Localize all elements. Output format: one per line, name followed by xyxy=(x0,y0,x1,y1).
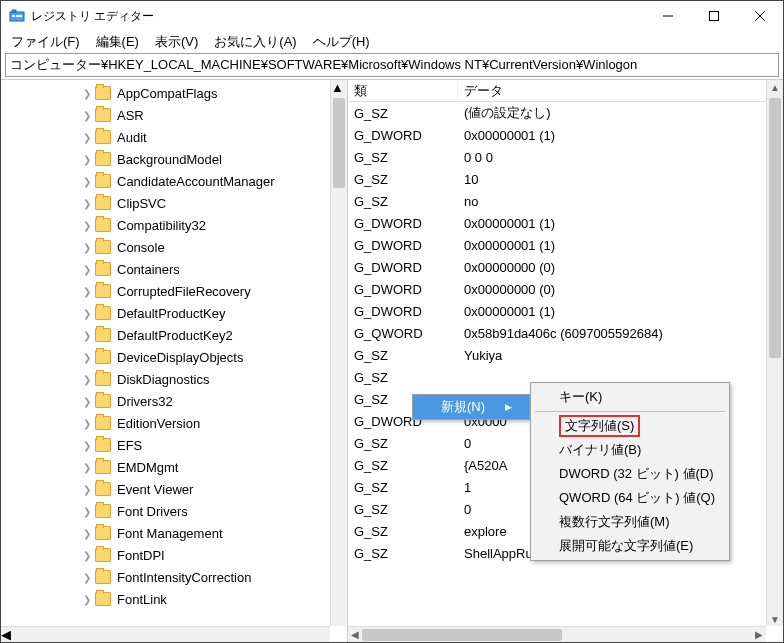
tree-item-audit[interactable]: ❯Audit xyxy=(1,126,347,148)
tree-item-containers[interactable]: ❯Containers xyxy=(1,258,347,280)
expander-icon[interactable]: ❯ xyxy=(81,352,93,363)
list-row[interactable]: G_SZ(値の設定なし) xyxy=(348,102,783,124)
tree-item-diskdiagnostics[interactable]: ❯DiskDiagnostics xyxy=(1,368,347,390)
context-menu-submenu: キー(K) 文字列値(S) バイナリ値(B) DWORD (32 ビット) 値(… xyxy=(530,382,730,561)
tree-item-clipsvc[interactable]: ❯ClipSVC xyxy=(1,192,347,214)
tree-item-corruptedfilerecovery[interactable]: ❯CorruptedFileRecovery xyxy=(1,280,347,302)
tree-item-font drivers[interactable]: ❯Font Drivers xyxy=(1,500,347,522)
expander-icon[interactable]: ❯ xyxy=(81,396,93,407)
expander-icon[interactable]: ❯ xyxy=(81,594,93,605)
scroll-down-icon[interactable]: ▼ xyxy=(768,612,782,626)
column-data-header[interactable]: データ xyxy=(458,82,783,100)
tree-item-defaultproductkey2[interactable]: ❯DefaultProductKey2 xyxy=(1,324,347,346)
expander-icon[interactable]: ❯ xyxy=(81,462,93,473)
expander-icon[interactable]: ❯ xyxy=(81,374,93,385)
expander-icon[interactable]: ❯ xyxy=(81,132,93,143)
tree-item-backgroundmodel[interactable]: ❯BackgroundModel xyxy=(1,148,347,170)
tree-item-editionversion[interactable]: ❯EditionVersion xyxy=(1,412,347,434)
tree-item-compatibility32[interactable]: ❯Compatibility32 xyxy=(1,214,347,236)
expander-icon[interactable]: ❯ xyxy=(81,330,93,341)
list-row[interactable]: G_DWORD0x00000000 (0) xyxy=(348,278,783,300)
scrollbar-thumb[interactable] xyxy=(333,98,345,188)
menu-item-expandstring[interactable]: 展開可能な文字列値(E) xyxy=(531,534,729,558)
tree-item-defaultproductkey[interactable]: ❯DefaultProductKey xyxy=(1,302,347,324)
expander-icon[interactable]: ❯ xyxy=(81,176,93,187)
expander-icon[interactable]: ❯ xyxy=(81,198,93,209)
expander-icon[interactable]: ❯ xyxy=(81,484,93,495)
close-button[interactable] xyxy=(737,1,783,31)
menu-view[interactable]: 表示(V) xyxy=(147,31,206,53)
svg-rect-1 xyxy=(12,10,16,12)
tree-item-fontintensitycorrection[interactable]: ❯FontIntensityCorrection xyxy=(1,566,347,588)
tree-item-efs[interactable]: ❯EFS xyxy=(1,434,347,456)
expander-icon[interactable]: ❯ xyxy=(81,418,93,429)
expander-icon[interactable]: ❯ xyxy=(81,572,93,583)
context-menu-primary: 新規(N) ▶ xyxy=(412,394,530,420)
tree-item-asr[interactable]: ❯ASR xyxy=(1,104,347,126)
maximize-button[interactable] xyxy=(691,1,737,31)
scrollbar-thumb[interactable] xyxy=(769,98,781,358)
menu-item-key[interactable]: キー(K) xyxy=(531,385,729,409)
tree-item-event viewer[interactable]: ❯Event Viewer xyxy=(1,478,347,500)
svg-rect-2 xyxy=(12,15,15,17)
menu-file[interactable]: ファイル(F) xyxy=(3,31,88,53)
tree-item-emdmgmt[interactable]: ❯EMDMgmt xyxy=(1,456,347,478)
list-row[interactable]: G_SZ0 0 0 xyxy=(348,146,783,168)
expander-icon[interactable]: ❯ xyxy=(81,242,93,253)
folder-icon xyxy=(95,174,111,188)
tree-item-label: Console xyxy=(117,240,165,255)
expander-icon[interactable]: ❯ xyxy=(81,88,93,99)
expander-icon[interactable]: ❯ xyxy=(81,528,93,539)
tree-item-fontdpi[interactable]: ❯FontDPI xyxy=(1,544,347,566)
address-bar[interactable]: コンピューター¥HKEY_LOCAL_MACHINE¥SOFTWARE¥Micr… xyxy=(5,53,779,77)
list-row[interactable]: G_DWORD0x00000001 (1) xyxy=(348,234,783,256)
expander-icon[interactable]: ❯ xyxy=(81,220,93,231)
list-row[interactable]: G_SZno xyxy=(348,190,783,212)
tree-vertical-scrollbar[interactable]: ▲ ▼ xyxy=(330,80,347,626)
scroll-right-icon[interactable]: ▶ xyxy=(752,627,766,641)
expander-icon[interactable]: ❯ xyxy=(81,110,93,121)
scroll-left-icon[interactable]: ◀ xyxy=(1,627,330,642)
expander-icon[interactable]: ❯ xyxy=(81,264,93,275)
menu-item-multistring[interactable]: 複数行文字列値(M) xyxy=(531,510,729,534)
minimize-button[interactable] xyxy=(645,1,691,31)
list-row[interactable]: G_DWORD0x00000001 (1) xyxy=(348,124,783,146)
tree-item-drivers32[interactable]: ❯Drivers32 xyxy=(1,390,347,412)
menu-item-dword[interactable]: DWORD (32 ビット) 値(D) xyxy=(531,462,729,486)
folder-icon xyxy=(95,394,111,408)
list-row[interactable]: G_DWORD0x00000000 (0) xyxy=(348,256,783,278)
tree-item-candidateaccountmanager[interactable]: ❯CandidateAccountManager xyxy=(1,170,347,192)
scroll-left-icon[interactable]: ◀ xyxy=(348,627,362,641)
menu-favorites[interactable]: お気に入り(A) xyxy=(206,31,304,53)
menu-edit[interactable]: 編集(E) xyxy=(88,31,147,53)
tree-item-appcompatflags[interactable]: ❯AppCompatFlags xyxy=(1,82,347,104)
list-row[interactable]: G_DWORD0x00000001 (1) xyxy=(348,212,783,234)
list-horizontal-scrollbar[interactable]: ◀ ▶ xyxy=(348,626,766,642)
scroll-up-icon[interactable]: ▲ xyxy=(331,80,347,95)
expander-icon[interactable]: ❯ xyxy=(81,286,93,297)
tree-item-console[interactable]: ❯Console xyxy=(1,236,347,258)
menu-help[interactable]: ヘルプ(H) xyxy=(305,31,378,53)
list-vertical-scrollbar[interactable]: ▲ ▼ xyxy=(766,80,783,626)
list-row[interactable]: G_SZ10 xyxy=(348,168,783,190)
expander-icon[interactable]: ❯ xyxy=(81,154,93,165)
column-type-header[interactable]: 類 xyxy=(348,82,458,100)
menu-item-binary[interactable]: バイナリ値(B) xyxy=(531,438,729,462)
cell-type: G_DWORD xyxy=(348,238,458,253)
list-row[interactable]: G_DWORD0x00000001 (1) xyxy=(348,300,783,322)
scroll-up-icon[interactable]: ▲ xyxy=(768,80,782,94)
expander-icon[interactable]: ❯ xyxy=(81,506,93,517)
list-row[interactable]: G_QWORD0x58b91da406c (6097005592684) xyxy=(348,322,783,344)
tree-horizontal-scrollbar[interactable]: ◀ ▶ xyxy=(1,626,330,642)
tree-item-font management[interactable]: ❯Font Management xyxy=(1,522,347,544)
expander-icon[interactable]: ❯ xyxy=(81,308,93,319)
menu-item-qword[interactable]: QWORD (64 ビット) 値(Q) xyxy=(531,486,729,510)
menu-item-new[interactable]: 新規(N) ▶ xyxy=(413,395,529,419)
tree-item-devicedisplayobjects[interactable]: ❯DeviceDisplayObjects xyxy=(1,346,347,368)
expander-icon[interactable]: ❯ xyxy=(81,440,93,451)
menu-item-string[interactable]: 文字列値(S) xyxy=(531,414,729,438)
list-row[interactable]: G_SZYukiya xyxy=(348,344,783,366)
scrollbar-thumb[interactable] xyxy=(362,629,562,641)
expander-icon[interactable]: ❯ xyxy=(81,550,93,561)
tree-item-fontlink[interactable]: ❯FontLink xyxy=(1,588,347,610)
